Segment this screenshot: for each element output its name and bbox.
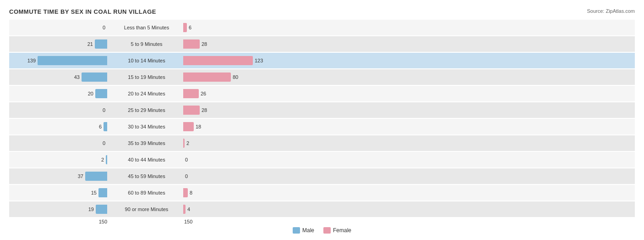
left-bar-wrap: 15 (25, 188, 107, 197)
male-bar (82, 73, 107, 82)
female-bar (183, 39, 200, 49)
bar-row: 20 20 to 24 Minutes 26 (9, 86, 635, 101)
row-label: 60 to 89 Minutes (110, 190, 183, 195)
bar-row: 0 25 to 29 Minutes 28 (9, 102, 635, 118)
male-value: 0 (94, 25, 105, 30)
female-value: 18 (196, 124, 207, 129)
bar-row: 15 60 to 89 Minutes 8 (9, 185, 635, 201)
right-bar-wrap: 123 (183, 56, 266, 65)
legend-female-label: Female (333, 227, 351, 234)
female-bar (183, 73, 231, 82)
row-label: 35 to 39 Minutes (110, 140, 183, 146)
left-section: 6 (9, 119, 110, 134)
left-section: 20 (9, 86, 110, 101)
right-section: 6 (183, 20, 284, 35)
male-value: 43 (69, 74, 80, 80)
female-value: 26 (201, 91, 212, 96)
left-section: 139 (9, 53, 110, 68)
right-section: 0 (183, 152, 284, 167)
right-section: 18 (183, 119, 284, 134)
right-bar-wrap: 28 (183, 106, 266, 115)
legend-male-label: Male (302, 227, 314, 234)
axis-right-value: 150 (183, 219, 284, 224)
bar-row: 0 Less than 5 Minutes 6 (9, 20, 635, 35)
row-label: 45 to 59 Minutes (110, 173, 183, 179)
legend: Male Female (9, 227, 635, 234)
right-bar-wrap: 28 (183, 39, 266, 49)
male-value: 2 (93, 157, 104, 162)
left-bar-wrap: 37 (25, 172, 107, 181)
male-bar (106, 155, 107, 164)
left-section: 43 (9, 69, 110, 85)
female-value: 123 (255, 58, 266, 63)
left-bar-wrap: 0 (25, 139, 107, 148)
bar-row: 19 90 or more Minutes 4 (9, 201, 635, 217)
left-section: 15 (9, 185, 110, 201)
bar-row: 139 10 to 14 Minutes 123 (9, 53, 635, 68)
bar-row: 2 40 to 44 Minutes 0 (9, 152, 635, 167)
male-value: 20 (82, 91, 93, 96)
right-bar-wrap: 8 (183, 188, 266, 197)
left-bar-wrap: 0 (25, 106, 107, 115)
left-bar-wrap: 0 (25, 23, 107, 32)
left-section: 19 (9, 201, 110, 217)
male-bar (96, 205, 107, 214)
right-bar-wrap: 2 (183, 139, 266, 148)
left-bar-wrap: 21 (25, 39, 107, 49)
row-label: 30 to 34 Minutes (110, 124, 183, 129)
male-bar (95, 39, 107, 49)
right-section: 28 (183, 102, 284, 118)
female-bar (183, 89, 199, 98)
left-section: 2 (9, 152, 110, 167)
male-bar (95, 89, 107, 98)
male-bar (98, 188, 107, 197)
female-bar (183, 56, 253, 65)
row-label: 20 to 24 Minutes (110, 91, 183, 96)
female-value: 2 (186, 140, 197, 146)
row-label: 25 to 29 Minutes (110, 107, 183, 113)
female-value: 6 (189, 25, 200, 30)
legend-female-color (323, 227, 331, 234)
right-bar-wrap: 4 (183, 205, 266, 214)
male-bar (85, 172, 107, 181)
left-bar-wrap: 139 (25, 56, 107, 65)
male-bar (104, 122, 107, 131)
right-bar-wrap: 6 (183, 23, 266, 32)
right-bar-wrap: 0 (183, 172, 266, 181)
left-section: 0 (9, 135, 110, 151)
male-value: 19 (83, 207, 94, 212)
row-label: 10 to 14 Minutes (110, 58, 183, 63)
female-value: 4 (187, 207, 198, 212)
female-bar (183, 139, 185, 148)
male-value: 37 (72, 173, 83, 179)
female-value: 0 (185, 157, 196, 162)
female-bar (183, 205, 186, 214)
left-section: 37 (9, 168, 110, 184)
row-label: 5 to 9 Minutes (110, 41, 183, 47)
legend-male: Male (293, 227, 314, 234)
bar-row: 6 30 to 34 Minutes 18 (9, 119, 635, 134)
chart-area: 0 Less than 5 Minutes 6 21 5 to 9 Minute… (9, 20, 635, 217)
male-value: 6 (91, 124, 102, 129)
male-value: 0 (94, 140, 105, 146)
right-section: 80 (183, 69, 284, 85)
male-value: 139 (25, 58, 36, 63)
female-value: 28 (202, 41, 213, 47)
female-bar (183, 106, 200, 115)
left-section: 0 (9, 102, 110, 118)
left-bar-wrap: 2 (25, 155, 107, 164)
right-bar-wrap: 26 (183, 89, 266, 98)
right-bar-wrap: 0 (183, 155, 266, 164)
row-label: 15 to 19 Minutes (110, 74, 183, 80)
legend-male-color (293, 227, 300, 234)
left-bar-wrap: 6 (25, 122, 107, 131)
source-text: Source: ZipAtlas.com (587, 8, 635, 14)
right-section: 8 (183, 185, 284, 201)
axis-row: 150 150 (9, 219, 635, 224)
row-label: 90 or more Minutes (110, 207, 183, 212)
left-section: 0 (9, 20, 110, 35)
male-bar (38, 56, 107, 65)
right-bar-wrap: 80 (183, 73, 266, 82)
bar-row: 0 35 to 39 Minutes 2 (9, 135, 635, 151)
female-value: 0 (185, 173, 196, 179)
